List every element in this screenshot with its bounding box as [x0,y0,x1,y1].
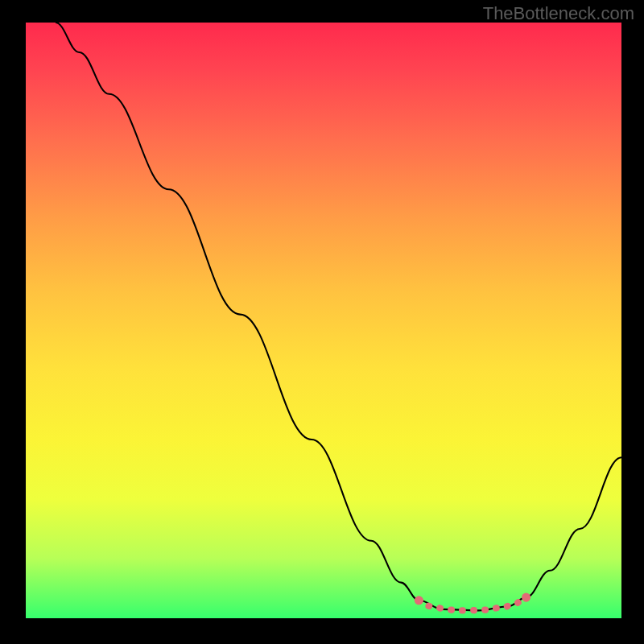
main-curve [56,23,621,610]
chart-svg [26,23,621,618]
watermark-text: TheBottleneck.com [483,3,634,24]
highlight-path [419,597,526,610]
highlight-end-dot [522,593,530,602]
highlight-segment [415,593,530,611]
highlight-start-dot [415,596,423,605]
chart-plot-area [26,23,621,618]
